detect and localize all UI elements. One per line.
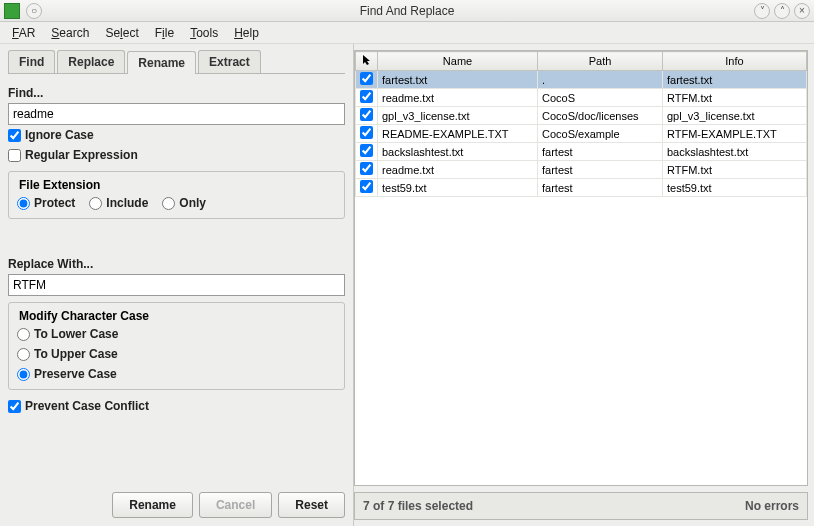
ext-protect-radio[interactable]: Protect [17, 196, 75, 210]
tab-extract[interactable]: Extract [198, 50, 261, 73]
cell-name: gpl_v3_license.txt [378, 107, 538, 125]
table-row[interactable]: readme.txtCocoSRTFM.txt [356, 89, 807, 107]
row-checkbox[interactable] [360, 126, 373, 139]
status-bar: 7 of 7 files selected No errors [354, 492, 808, 520]
maximize-button[interactable]: ˄ [774, 3, 790, 19]
modify-case-group: Modify Character Case To Lower Case To U… [8, 302, 345, 390]
file-extension-group: File Extension Protect Include Only [8, 171, 345, 219]
menu-search[interactable]: Search [45, 24, 95, 42]
row-checkbox-cell[interactable] [356, 125, 378, 143]
row-checkbox[interactable] [360, 90, 373, 103]
cell-name: fartest.txt [378, 71, 538, 89]
row-checkbox[interactable] [360, 144, 373, 157]
cursor-icon [361, 54, 373, 66]
cell-path: . [538, 71, 663, 89]
row-checkbox-cell[interactable] [356, 89, 378, 107]
replace-input[interactable] [8, 274, 345, 296]
table-row[interactable]: backslashtest.txtfartestbackslashtest.tx… [356, 143, 807, 161]
cell-info: gpl_v3_license.txt [663, 107, 807, 125]
cell-path: fartest [538, 161, 663, 179]
cell-info: RTFM-EXAMPLE.TXT [663, 125, 807, 143]
cell-path: CocoS/example [538, 125, 663, 143]
tabs: Find Replace Rename Extract [8, 50, 345, 74]
status-right: No errors [745, 499, 799, 513]
app-icon [4, 3, 20, 19]
cell-info: fartest.txt [663, 71, 807, 89]
cell-name: test59.txt [378, 179, 538, 197]
cell-info: RTFM.txt [663, 89, 807, 107]
table-row[interactable]: README-EXAMPLE.TXTCocoS/exampleRTFM-EXAM… [356, 125, 807, 143]
menu-icon[interactable]: ○ [26, 3, 42, 19]
reset-button[interactable]: Reset [278, 492, 345, 518]
row-checkbox[interactable] [360, 72, 373, 85]
select-all-header[interactable] [356, 52, 378, 71]
window-title: Find And Replace [360, 4, 455, 18]
col-info[interactable]: Info [663, 52, 807, 71]
cell-name: readme.txt [378, 89, 538, 107]
table-row[interactable]: gpl_v3_license.txtCocoS/doc/licensesgpl_… [356, 107, 807, 125]
table-row[interactable]: fartest.txt.fartest.txt [356, 71, 807, 89]
table-row[interactable]: readme.txtfartestRTFM.txt [356, 161, 807, 179]
menu-help[interactable]: Help [228, 24, 265, 42]
cancel-button: Cancel [199, 492, 272, 518]
replace-label: Replace With... [8, 257, 345, 271]
tab-find[interactable]: Find [8, 50, 55, 73]
tab-replace[interactable]: Replace [57, 50, 125, 73]
col-name[interactable]: Name [378, 52, 538, 71]
file-table[interactable]: Name Path Info fartest.txt.fartest.txtre… [354, 50, 808, 486]
cell-name: README-EXAMPLE.TXT [378, 125, 538, 143]
cell-info: backslashtest.txt [663, 143, 807, 161]
regex-checkbox[interactable]: Regular Expression [8, 148, 345, 162]
row-checkbox[interactable] [360, 108, 373, 121]
button-row: Rename Cancel Reset [8, 486, 345, 520]
cell-info: test59.txt [663, 179, 807, 197]
menubar: FAR Search Select File Tools Help [0, 22, 814, 44]
right-panel: Name Path Info fartest.txt.fartest.txtre… [354, 44, 814, 526]
status-left: 7 of 7 files selected [363, 499, 473, 513]
cell-path: CocoS [538, 89, 663, 107]
cell-path: fartest [538, 143, 663, 161]
row-checkbox-cell[interactable] [356, 161, 378, 179]
cell-name: backslashtest.txt [378, 143, 538, 161]
table-row[interactable]: test59.txtfartesttest59.txt [356, 179, 807, 197]
row-checkbox-cell[interactable] [356, 179, 378, 197]
ext-include-radio[interactable]: Include [89, 196, 148, 210]
find-label: Find... [8, 86, 345, 100]
find-input[interactable] [8, 103, 345, 125]
menu-select[interactable]: Select [99, 24, 144, 42]
ext-only-radio[interactable]: Only [162, 196, 206, 210]
case-upper-radio[interactable]: To Upper Case [17, 347, 336, 361]
prevent-conflict-checkbox[interactable]: Prevent Case Conflict [8, 399, 345, 413]
row-checkbox-cell[interactable] [356, 71, 378, 89]
row-checkbox-cell[interactable] [356, 143, 378, 161]
cell-path: CocoS/doc/licenses [538, 107, 663, 125]
case-lower-radio[interactable]: To Lower Case [17, 327, 336, 341]
left-panel: Find Replace Rename Extract Find... Igno… [0, 44, 354, 526]
tab-rename[interactable]: Rename [127, 51, 196, 74]
col-path[interactable]: Path [538, 52, 663, 71]
cell-path: fartest [538, 179, 663, 197]
row-checkbox-cell[interactable] [356, 107, 378, 125]
close-button[interactable]: × [794, 3, 810, 19]
menu-far[interactable]: FAR [6, 24, 41, 42]
minimize-button[interactable]: ˅ [754, 3, 770, 19]
rename-button[interactable]: Rename [112, 492, 193, 518]
ignore-case-checkbox[interactable]: Ignore Case [8, 128, 345, 142]
cell-name: readme.txt [378, 161, 538, 179]
menu-tools[interactable]: Tools [184, 24, 224, 42]
cell-info: RTFM.txt [663, 161, 807, 179]
menu-file[interactable]: File [149, 24, 180, 42]
titlebar: ○ Find And Replace ˅ ˄ × [0, 0, 814, 22]
row-checkbox[interactable] [360, 180, 373, 193]
row-checkbox[interactable] [360, 162, 373, 175]
case-preserve-radio[interactable]: Preserve Case [17, 367, 336, 381]
